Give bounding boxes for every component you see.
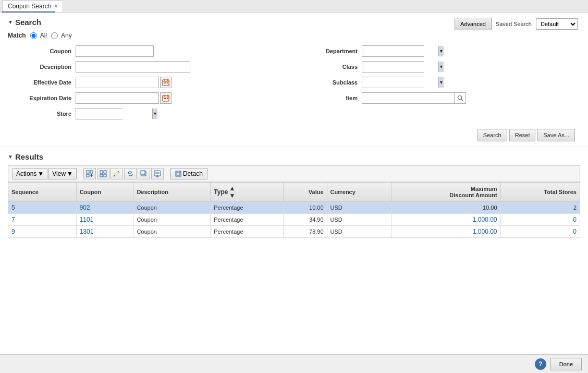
help-button[interactable]: ?: [535, 358, 546, 370]
svg-rect-18: [87, 174, 89, 177]
match-any-radio-group: Any: [51, 32, 72, 39]
table-header-row: Sequence Coupon Description Type ▲ ▼ Val…: [8, 183, 580, 202]
subclass-dropdown[interactable]: ▼: [362, 77, 424, 88]
coupon-link[interactable]: 1101: [80, 216, 94, 223]
class-label: Class: [299, 64, 362, 70]
cell-total-stores: 0: [500, 226, 580, 238]
export-icon[interactable]: [151, 168, 164, 179]
class-dropdown[interactable]: ▼: [362, 61, 424, 73]
cell-type: Percentage: [211, 226, 283, 238]
duplicate-icon[interactable]: [138, 168, 150, 179]
cell-value: 10.00: [283, 202, 327, 214]
cell-value: 34.90: [283, 214, 327, 226]
department-dropdown-btn[interactable]: ▼: [438, 46, 444, 56]
sequence-link[interactable]: 9: [11, 228, 15, 235]
coupon-search-tab[interactable]: Coupon Search ×: [2, 1, 63, 12]
description-input[interactable]: [76, 61, 190, 73]
coupon-link[interactable]: 1301: [80, 228, 94, 235]
store-input[interactable]: [76, 109, 152, 119]
edit-icon[interactable]: [111, 168, 123, 179]
effective-date-label: Effective Date: [13, 79, 76, 86]
coupon-input[interactable]: [76, 45, 154, 57]
expiration-date-calendar-icon[interactable]: [160, 92, 172, 104]
view-arrow: ▼: [67, 170, 73, 177]
total-stores-link[interactable]: 0: [573, 216, 577, 223]
cell-description: Coupon: [133, 214, 211, 226]
table-row[interactable]: 91301CouponPercentage78.90USD1,000.000: [8, 226, 580, 238]
action-row: Search Reset Save As...: [8, 129, 580, 141]
detach-button[interactable]: Detach: [170, 168, 207, 179]
search-top-controls: Advanced Saved Search Default: [455, 18, 578, 30]
store-dropdown-btn[interactable]: ▼: [152, 109, 157, 119]
view-button[interactable]: View ▼: [48, 168, 77, 179]
effective-date-input[interactable]: [76, 77, 159, 88]
store-label: Store: [13, 111, 76, 117]
cell-type: Percentage: [211, 214, 283, 226]
subclass-dropdown-btn[interactable]: ▼: [438, 77, 444, 88]
svg-rect-28: [141, 171, 145, 175]
department-input[interactable]: [362, 46, 438, 56]
svg-line-15: [461, 99, 463, 101]
results-title: Results: [15, 152, 43, 161]
item-search-icon[interactable]: [454, 93, 466, 103]
class-dropdown-btn[interactable]: ▼: [438, 62, 444, 72]
col-type-label: Type: [214, 188, 228, 196]
total-stores-link[interactable]: 0: [573, 228, 577, 235]
svg-rect-34: [177, 172, 180, 175]
max-discount-link[interactable]: 1,000.00: [473, 228, 497, 235]
col-currency: Currency: [327, 183, 391, 202]
match-all-radio[interactable]: [30, 32, 37, 39]
item-input[interactable]: [362, 93, 454, 103]
search-toggle-icon[interactable]: ▼: [8, 19, 13, 25]
coupon-row: Coupon: [13, 45, 289, 57]
store-dropdown[interactable]: ▼: [76, 108, 123, 119]
department-dropdown[interactable]: ▼: [362, 45, 424, 57]
cell-max-discount: 1,000.00: [391, 226, 500, 238]
tab-bar: Coupon Search ×: [0, 0, 588, 13]
col-type[interactable]: Type ▲ ▼: [211, 183, 283, 202]
cell-max-discount: 10.00: [391, 202, 500, 214]
department-label: Department: [299, 48, 362, 54]
actions-button[interactable]: Actions ▼: [13, 168, 47, 179]
cell-value: 78.90: [283, 226, 327, 238]
expiration-date-wrapper: [76, 92, 172, 104]
max-discount-link[interactable]: 1,000.00: [473, 216, 497, 223]
svg-rect-16: [87, 171, 89, 173]
coupon-label: Coupon: [13, 48, 76, 54]
svg-rect-6: [167, 82, 168, 83]
expiration-date-input[interactable]: [76, 92, 159, 104]
link-icon[interactable]: [124, 168, 137, 179]
cell-type: Percentage: [211, 202, 283, 214]
effective-date-calendar-icon[interactable]: [160, 77, 172, 88]
done-button[interactable]: Done: [550, 358, 582, 370]
results-toolbar: Actions ▼ View ▼: [8, 165, 580, 182]
save-as-button[interactable]: Save As...: [537, 129, 575, 141]
description-label: Description: [13, 64, 76, 70]
match-any-radio[interactable]: [51, 32, 58, 39]
detach-group: Detach: [170, 168, 210, 179]
sequence-link[interactable]: 7: [11, 216, 15, 223]
form-right: Department ▼ Class ▼ Subclass: [294, 45, 580, 124]
subclass-row: Subclass ▼: [299, 77, 575, 88]
advanced-button[interactable]: Advanced: [455, 18, 492, 30]
saved-search-select[interactable]: Default: [536, 18, 578, 30]
coupon-link[interactable]: 902: [80, 204, 90, 211]
add-row-icon[interactable]: [83, 168, 96, 179]
svg-rect-22: [104, 171, 106, 173]
search-button[interactable]: Search: [477, 129, 507, 141]
results-toggle-icon[interactable]: ▼: [8, 154, 13, 160]
reset-button[interactable]: Reset: [509, 129, 536, 141]
class-input[interactable]: [362, 62, 438, 72]
tab-close-icon[interactable]: ×: [54, 3, 57, 9]
col-coupon: Coupon: [76, 183, 133, 202]
actions-label: Actions: [16, 170, 36, 177]
type-sort-icon[interactable]: ▲ ▼: [229, 185, 235, 199]
sequence-link[interactable]: 5: [11, 204, 15, 211]
subclass-input[interactable]: [362, 77, 438, 88]
table-row[interactable]: 71101CouponPercentage34.90USD1,000.000: [8, 214, 580, 226]
col-total-stores: Total Stores: [500, 183, 580, 202]
edit-rows-icon[interactable]: [97, 168, 109, 179]
table-row[interactable]: 5902CouponPercentage10.00USD10.002: [8, 202, 580, 214]
cell-coupon: 1301: [76, 226, 133, 238]
svg-line-25: [114, 175, 114, 177]
